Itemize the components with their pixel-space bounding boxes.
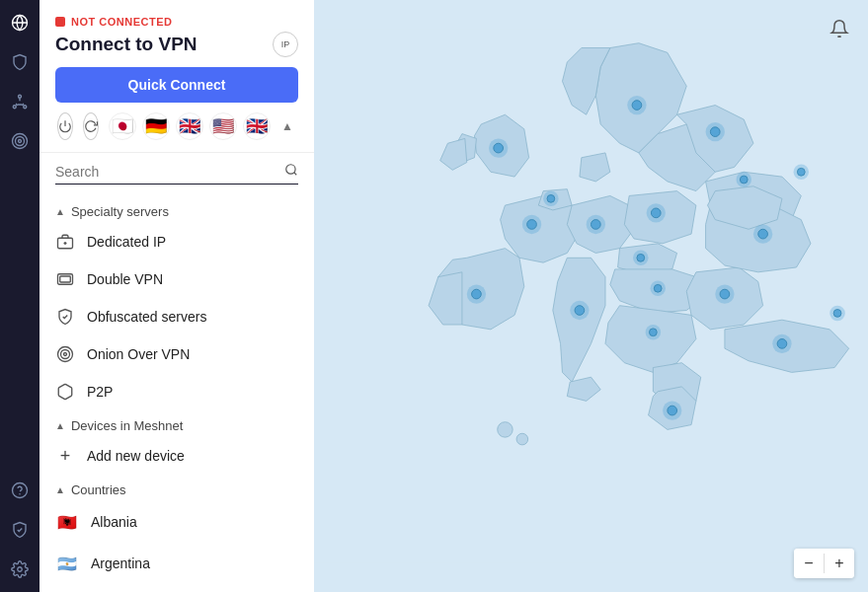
power-button[interactable]: [57, 112, 73, 140]
svg-point-55: [547, 194, 555, 202]
svg-point-61: [740, 176, 748, 184]
svg-point-4: [13, 134, 28, 149]
svg-point-27: [527, 220, 537, 230]
help-icon[interactable]: [9, 480, 31, 501]
svg-rect-17: [60, 276, 71, 282]
argentina-name: Argentina: [91, 555, 150, 571]
refresh-button[interactable]: [83, 112, 99, 140]
flag-japan[interactable]: 🇯🇵: [109, 112, 136, 140]
onion-vpn-icon: [55, 344, 75, 364]
search-container: [39, 153, 314, 188]
p2p-label: P2P: [87, 384, 113, 400]
svg-point-23: [516, 433, 528, 445]
sidebar-header: NOT CONNECTED Connect to VPN IP Quick Co…: [39, 0, 314, 153]
countries-chevron-icon: ▲: [55, 484, 65, 495]
specialty-chevron-icon: ▲: [55, 206, 65, 217]
search-input[interactable]: [55, 164, 284, 180]
svg-point-33: [575, 306, 585, 316]
search-icon[interactable]: [284, 163, 298, 180]
flag-uk2[interactable]: 🇬🇧: [243, 112, 271, 140]
p2p-item[interactable]: P2P: [39, 373, 314, 410]
network-icon[interactable]: [9, 91, 31, 112]
zoom-controls: − +: [794, 549, 854, 578]
argentina-flag: 🇦🇷: [55, 552, 79, 575]
svg-point-22: [498, 422, 513, 437]
flag-us[interactable]: 🇺🇸: [209, 112, 237, 140]
country-albania[interactable]: 🇦🇱 Albania: [39, 501, 314, 543]
add-plus-icon: +: [55, 446, 75, 466]
meshnet-section-header[interactable]: ▲ Devices in Meshnet: [39, 410, 314, 437]
svg-point-51: [654, 284, 662, 292]
target-icon[interactable]: [9, 130, 31, 152]
security-icon[interactable]: [9, 519, 31, 541]
connect-title-row: Connect to VPN IP: [55, 32, 298, 57]
svg-point-6: [19, 140, 22, 143]
svg-point-57: [797, 168, 805, 176]
obfuscated-item[interactable]: Obfuscated servers: [39, 298, 314, 335]
dedicated-ip-item[interactable]: Dedicated IP: [39, 223, 314, 260]
onion-vpn-label: Onion Over VPN: [87, 346, 190, 362]
europe-map: .land { fill: #b8d4e8; stroke: #8ab4cc; …: [314, 0, 868, 592]
flag-uk[interactable]: 🇬🇧: [176, 112, 203, 140]
svg-point-3: [24, 106, 27, 109]
svg-point-19: [61, 350, 70, 359]
svg-point-41: [758, 229, 768, 239]
svg-point-37: [632, 101, 642, 111]
globe-icon[interactable]: [9, 12, 31, 34]
flag-germany[interactable]: 🇩🇪: [142, 112, 170, 140]
svg-point-59: [833, 310, 841, 318]
page-title: Connect to VPN: [55, 34, 197, 55]
svg-point-35: [651, 208, 661, 218]
albania-flag: 🇦🇱: [55, 510, 79, 534]
add-device-item[interactable]: + Add new device: [39, 437, 314, 475]
recent-flags: 🇯🇵 🇩🇪 🇬🇧 🇺🇸 🇬🇧 ▲: [109, 112, 298, 140]
svg-line-12: [294, 173, 297, 176]
status-label: NOT CONNECTED: [71, 16, 172, 28]
onion-vpn-item[interactable]: Onion Over VPN: [39, 335, 314, 373]
sidebar: NOT CONNECTED Connect to VPN IP Quick Co…: [39, 0, 314, 592]
svg-point-29: [592, 220, 601, 230]
notification-bell[interactable]: [825, 14, 854, 43]
countries-section-header[interactable]: ▲ Countries: [39, 475, 314, 501]
p2p-icon: [55, 382, 75, 402]
svg-point-11: [286, 165, 295, 174]
dedicated-ip-icon: [55, 232, 75, 252]
status-dot: [55, 17, 65, 27]
obfuscated-label: Obfuscated servers: [87, 309, 206, 325]
svg-point-49: [637, 254, 645, 261]
dedicated-ip-label: Dedicated IP: [87, 234, 166, 250]
svg-point-25: [494, 143, 504, 153]
zoom-out-button[interactable]: −: [794, 549, 824, 578]
flags-expand-button[interactable]: ▲: [276, 115, 298, 137]
double-vpn-icon: [55, 269, 75, 289]
meshnet-section-label: Devices in Meshnet: [71, 418, 183, 433]
specialty-section-label: Specialty servers: [71, 204, 169, 219]
double-vpn-item[interactable]: Double VPN: [39, 260, 314, 298]
zoom-in-button[interactable]: +: [825, 549, 854, 578]
svg-point-5: [16, 137, 25, 146]
svg-point-53: [650, 329, 658, 336]
svg-point-2: [13, 106, 16, 109]
connection-status: NOT CONNECTED: [55, 16, 298, 28]
add-device-label: Add new device: [87, 448, 185, 464]
svg-point-39: [710, 127, 720, 137]
obfuscated-icon: [55, 307, 75, 327]
settings-icon[interactable]: [9, 558, 31, 580]
svg-point-47: [777, 339, 787, 349]
specialty-section-header[interactable]: ▲ Specialty servers: [39, 196, 314, 223]
svg-point-1: [19, 95, 22, 98]
action-row: 🇯🇵 🇩🇪 🇬🇧 🇺🇸 🇬🇧 ▲: [55, 112, 298, 144]
icon-bar: [0, 0, 39, 592]
svg-point-9: [18, 567, 23, 572]
svg-point-43: [720, 289, 730, 299]
svg-point-18: [58, 347, 73, 362]
map-area: .land { fill: #b8d4e8; stroke: #8ab4cc; …: [314, 0, 868, 592]
quick-connect-button[interactable]: Quick Connect: [55, 67, 298, 103]
search-input-wrap: [55, 163, 298, 185]
meshnet-chevron-icon: ▲: [55, 420, 65, 431]
ip-button[interactable]: IP: [273, 32, 298, 57]
country-argentina[interactable]: 🇦🇷 Argentina: [39, 543, 314, 584]
shield-icon[interactable]: [9, 51, 31, 73]
svg-point-20: [64, 353, 67, 356]
albania-name: Albania: [91, 514, 137, 530]
